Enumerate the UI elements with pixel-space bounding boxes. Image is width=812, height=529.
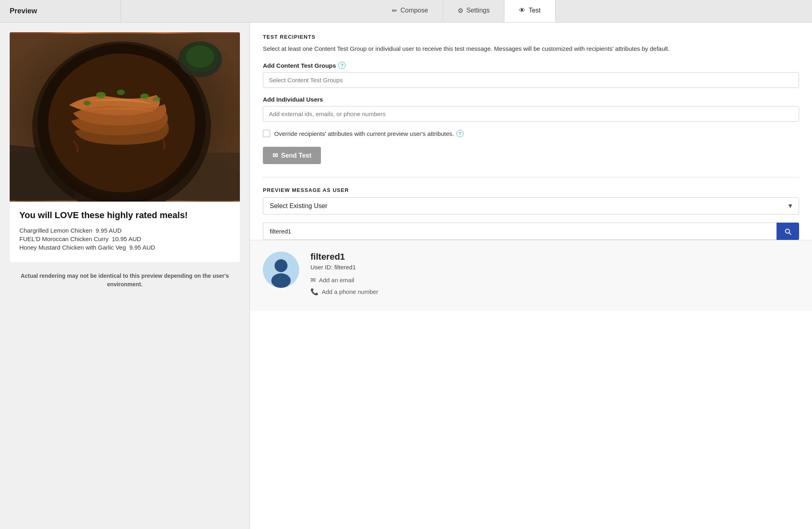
override-label-text: Override recipients' attributes with cur… (274, 130, 454, 137)
add-email-label: Add an email (319, 277, 354, 283)
preview-user-section: PREVIEW MESSAGE AS USER Select Existing … (263, 187, 799, 240)
menu-item-1: Chargrilled Lemon Chicken 9.95 AUD (19, 227, 230, 234)
svg-point-8 (140, 94, 149, 99)
menu-item-2-name: FUEL'D Moroccan Chicken Curry (19, 235, 108, 242)
user-search-row (263, 223, 799, 240)
food-image (10, 32, 240, 202)
envelope-icon: ✉ (273, 152, 278, 159)
preview-text-content: You will LOVE these highly rated meals! … (10, 202, 240, 262)
override-checkbox-label: Override recipients' attributes with cur… (274, 130, 464, 137)
add-phone-label: Add a phone number (322, 288, 378, 295)
svg-point-10 (152, 97, 160, 102)
svg-point-15 (275, 259, 287, 272)
food-svg (10, 32, 240, 202)
pencil-icon: ✏ (392, 7, 397, 15)
menu-item-3-price: 9.95 AUD (129, 244, 155, 251)
preview-title: Preview (0, 0, 121, 22)
test-recipients-description: Select at least one Content Test Group o… (263, 44, 799, 54)
add-phone-row[interactable]: 📞 Add a phone number (310, 288, 799, 296)
user-info: filtered1 User ID: filtered1 ✉ Add an em… (310, 252, 799, 300)
svg-point-13 (186, 46, 214, 68)
right-panel: TEST RECIPIENTS Select at least one Cont… (250, 23, 812, 529)
user-result-card: filtered1 User ID: filtered1 ✉ Add an em… (250, 240, 812, 311)
user-search-button[interactable] (777, 223, 799, 240)
send-test-button[interactable]: ✉ Send Test (263, 147, 321, 164)
preview-card: You will LOVE these highly rated meals! … (10, 32, 240, 262)
user-search-input[interactable] (263, 223, 777, 240)
svg-point-7 (117, 90, 125, 95)
envelope-icon: ✉ (310, 276, 316, 284)
override-checkbox-row: Override recipients' attributes with cur… (263, 130, 799, 137)
select-existing-user-dropdown[interactable]: Select Existing User (263, 197, 799, 215)
menu-item-2-price: 10.95 AUD (112, 235, 142, 242)
svg-point-9 (83, 101, 91, 106)
add-email-row[interactable]: ✉ Add an email (310, 276, 799, 284)
content-test-groups-input[interactable] (263, 72, 799, 88)
top-navigation: Preview ✏ Compose ⚙ Settings 👁 Test (0, 0, 812, 23)
tab-test-label: Test (529, 7, 540, 14)
eye-icon: 👁 (519, 7, 525, 14)
user-name: filtered1 (310, 252, 799, 262)
select-existing-user-wrapper: Select Existing User ▼ (263, 197, 799, 215)
content-test-groups-help-icon[interactable]: ? (338, 62, 346, 69)
preview-label: Preview (10, 7, 37, 15)
section-divider (263, 177, 799, 177)
override-help-icon[interactable]: ? (456, 130, 464, 137)
content-test-groups-label-text: Add Content Test Groups (263, 62, 336, 69)
individual-users-label-text: Add Individual Users (263, 96, 323, 103)
food-image-inner (10, 32, 240, 202)
phone-icon: 📞 (310, 288, 319, 296)
menu-item-2: FUEL'D Moroccan Chicken Curry 10.95 AUD (19, 235, 230, 242)
user-avatar-svg (263, 252, 299, 288)
gear-icon: ⚙ (458, 7, 463, 15)
main-layout: You will LOVE these highly rated meals! … (0, 23, 812, 529)
tab-settings[interactable]: ⚙ Settings (443, 0, 505, 22)
override-checkbox[interactable] (263, 130, 270, 137)
svg-point-16 (271, 273, 291, 288)
tab-compose-label: Compose (400, 7, 428, 14)
test-recipients-section: TEST RECIPIENTS Select at least one Cont… (263, 34, 799, 164)
svg-point-6 (96, 92, 106, 98)
user-avatar (263, 252, 299, 288)
send-test-label: Send Test (281, 152, 311, 159)
individual-users-label: Add Individual Users (263, 96, 799, 103)
preview-user-title: PREVIEW MESSAGE AS USER (263, 187, 799, 193)
preview-disclaimer: Actual rendering may not be identical to… (10, 269, 240, 292)
preview-headline: You will LOVE these highly rated meals! (19, 210, 230, 221)
test-recipients-title: TEST RECIPIENTS (263, 34, 799, 40)
individual-users-input[interactable] (263, 106, 799, 122)
tab-compose[interactable]: ✏ Compose (377, 0, 443, 22)
nav-tabs-container: ✏ Compose ⚙ Settings 👁 Test (121, 0, 812, 22)
tab-test[interactable]: 👁 Test (504, 0, 555, 22)
user-id: User ID: filtered1 (310, 264, 799, 271)
menu-item-3-name: Honey Mustard Chicken with Garlic Veg (19, 244, 126, 251)
left-preview-panel: You will LOVE these highly rated meals! … (0, 23, 250, 529)
menu-item-1-name: Chargrilled Lemon Chicken (19, 227, 92, 234)
content-test-groups-label: Add Content Test Groups ? (263, 62, 799, 69)
tab-settings-label: Settings (466, 7, 490, 14)
menu-item-3: Honey Mustard Chicken with Garlic Veg 9.… (19, 244, 230, 251)
search-icon (784, 227, 792, 235)
menu-item-1-price: 9.95 AUD (96, 227, 121, 234)
